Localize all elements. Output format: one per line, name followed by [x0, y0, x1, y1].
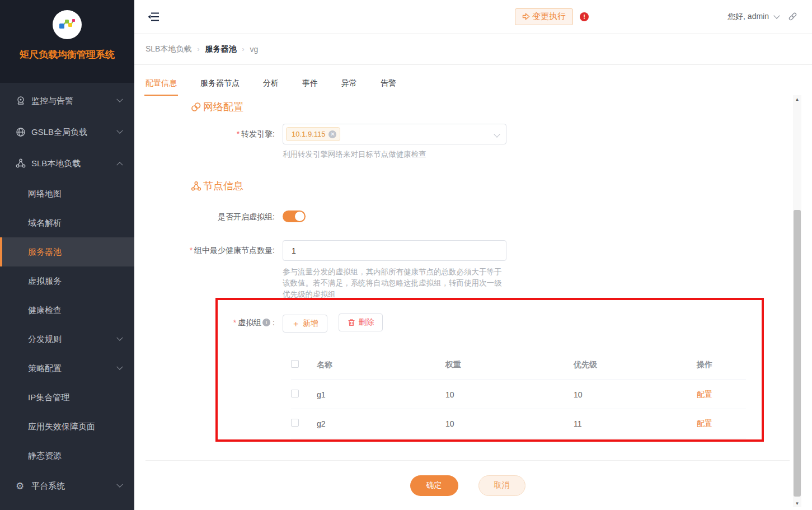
- sidebar-item-virtual-service[interactable]: 虚拟服务: [0, 266, 134, 296]
- min-nodes-input[interactable]: [283, 240, 506, 261]
- app-window: 矩尺负载均衡管理系统 监控与告警 GSLB全局负: [0, 0, 812, 510]
- sidebar-item-label: 静态资源: [28, 451, 122, 461]
- engine-help-text: 利用转发引擎网络来对目标节点做健康检查: [283, 149, 506, 160]
- chevron-down-icon: [116, 364, 123, 370]
- row-checkbox[interactable]: [291, 390, 299, 397]
- chevron-down-icon: [116, 335, 123, 341]
- breadcrumb-separator: ›: [242, 45, 244, 53]
- vgroup-row: *虚拟组i: ＋ 新增 删除: [134, 314, 812, 333]
- scrollbar-thumb[interactable]: [794, 210, 801, 497]
- table-header-row: 名称 权重 优先级 操作: [291, 350, 746, 380]
- sidebar-item-label: 网络地图: [28, 189, 122, 199]
- sidebar-item-health-check[interactable]: 健康检查: [0, 296, 134, 325]
- configure-link[interactable]: 配置: [697, 419, 712, 428]
- topbar: 变更执行 ! 您好, admin: [134, 0, 812, 34]
- sidebar-item-label: SLB本地负载: [31, 158, 118, 169]
- cell-priority: 11: [574, 409, 697, 438]
- gear-icon: ⚙: [16, 481, 27, 491]
- tab-config-info[interactable]: 配置信息: [145, 78, 177, 96]
- chain-link-icon: [191, 102, 201, 113]
- cell-weight: 10: [445, 380, 574, 409]
- monitor-icon: [16, 96, 27, 106]
- sidebar-item-label: GSLB全局负载: [31, 127, 118, 138]
- sidebar-item-label: 分发规则: [28, 334, 118, 345]
- tab-analysis[interactable]: 分析: [263, 78, 279, 96]
- tab-events[interactable]: 事件: [302, 78, 318, 96]
- delete-vgroup-button[interactable]: 删除: [339, 314, 383, 331]
- sidebar-collapse-icon[interactable]: [148, 12, 159, 22]
- plus-icon: ＋: [292, 319, 300, 327]
- sidebar-item-ip-sets[interactable]: IP集合管理: [0, 383, 134, 412]
- tab-exceptions[interactable]: 异常: [341, 78, 357, 96]
- topbar-right: 变更执行 ! 您好, admin: [515, 8, 797, 25]
- add-vgroup-button[interactable]: ＋ 新增: [283, 315, 327, 333]
- node-info-section-title: 节点信息: [191, 179, 812, 193]
- engine-select[interactable]: 10.1.9.115 ✕: [283, 124, 506, 144]
- nodes-icon: [191, 181, 201, 191]
- sidebar-item-distribution-rules[interactable]: 分发规则: [0, 325, 134, 354]
- vgroup-table: 名称 权重 优先级 操作 g1 10 10 配置: [291, 350, 746, 439]
- tab-bar: 配置信息 服务器节点 分析 事件 异常 告警: [134, 78, 812, 96]
- scrollbar-up-arrow[interactable]: ▲: [793, 95, 801, 103]
- sidebar-item-gslb[interactable]: GSLB全局负载: [0, 116, 134, 148]
- required-star: *: [233, 318, 236, 327]
- cancel-button[interactable]: 取消: [478, 475, 525, 496]
- vgroup-toggle-label: 是否开启虚拟组:: [134, 206, 283, 223]
- column-header-weight: 权重: [445, 350, 574, 380]
- change-exec-button[interactable]: 变更执行: [515, 8, 573, 25]
- sidebar-item-label: 监控与告警: [31, 96, 118, 106]
- vgroup-toggle-row: 是否开启虚拟组:: [134, 206, 812, 223]
- configure-link[interactable]: 配置: [697, 390, 712, 399]
- app-logo: [53, 10, 82, 39]
- trash-icon: [348, 319, 355, 326]
- app-title: 矩尺负载均衡管理系统: [20, 48, 115, 61]
- sidebar-item-network-map[interactable]: 网络地图: [0, 179, 134, 208]
- sidebar-item-static-resources[interactable]: 静态资源: [0, 441, 134, 470]
- vgroup-toggle[interactable]: [283, 210, 306, 222]
- scrollbar-down-arrow[interactable]: ▼: [793, 499, 801, 507]
- change-exec-label: 变更执行: [532, 11, 566, 22]
- breadcrumb-item[interactable]: 服务器池: [205, 44, 236, 54]
- sidebar-item-dns[interactable]: 域名解析: [0, 208, 134, 237]
- tab-server-nodes[interactable]: 服务器节点: [200, 78, 240, 96]
- delete-button-label: 删除: [358, 317, 374, 327]
- chevron-up-icon: [116, 162, 123, 168]
- user-greeting[interactable]: 您好, admin: [727, 12, 769, 22]
- column-header-action: 操作: [697, 350, 746, 380]
- min-nodes-row: *组中最少健康节点数量: 参与流量分发的虚拟组，其内部所有健康节点的总数必须大于…: [134, 240, 812, 300]
- tag-close-icon[interactable]: ✕: [328, 130, 336, 138]
- sidebar-item-policy-config[interactable]: 策略配置: [0, 354, 134, 383]
- link-icon[interactable]: [788, 12, 797, 21]
- sidebar-item-failover-page[interactable]: 应用失效保障页面: [0, 412, 134, 441]
- sidebar-item-label: 服务器池: [28, 247, 122, 258]
- breadcrumb-item: vg: [250, 45, 258, 54]
- sidebar-item-label: 域名解析: [28, 218, 122, 228]
- sidebar-item-server-pool[interactable]: 服务器池: [0, 237, 134, 266]
- chevron-down-icon[interactable]: [773, 12, 780, 18]
- sidebar-header: 矩尺负载均衡管理系统: [0, 0, 134, 83]
- sidebar-menu: 监控与告警 GSLB全局负载 SLB本: [0, 83, 134, 510]
- sidebar-item-label: 虚拟服务: [28, 276, 122, 287]
- engine-row: *转发引擎: 10.1.9.115 ✕ 利用转发引擎网络来对目标节点做健康检查: [134, 124, 812, 160]
- row-checkbox[interactable]: [291, 419, 299, 427]
- engine-tag: 10.1.9.115 ✕: [286, 127, 340, 141]
- scrollbar[interactable]: ▲ ▼: [793, 95, 801, 507]
- cell-weight: 10: [445, 409, 574, 438]
- breadcrumb-item[interactable]: SLB本地负载: [145, 44, 191, 54]
- select-all-checkbox[interactable]: [291, 360, 299, 368]
- sidebar-item-slb[interactable]: SLB本地负载: [0, 148, 134, 179]
- cell-name: g2: [317, 409, 445, 438]
- add-button-label: 新增: [303, 319, 318, 329]
- sidebar-item-monitoring[interactable]: 监控与告警: [0, 85, 134, 116]
- engine-label: *转发引擎:: [134, 124, 283, 144]
- arrow-right-icon: [522, 13, 530, 20]
- sidebar-item-platform[interactable]: ⚙ 平台系统: [0, 470, 134, 502]
- vgroup-label: *虚拟组i:: [134, 314, 283, 331]
- confirm-button[interactable]: 确定: [410, 475, 458, 496]
- required-star: *: [190, 246, 193, 255]
- info-icon[interactable]: i: [262, 319, 270, 326]
- chevron-down-icon: [494, 131, 500, 137]
- tab-alerts[interactable]: 告警: [381, 78, 396, 96]
- alert-badge[interactable]: !: [580, 12, 589, 21]
- section-title-text: 网络配置: [203, 100, 243, 114]
